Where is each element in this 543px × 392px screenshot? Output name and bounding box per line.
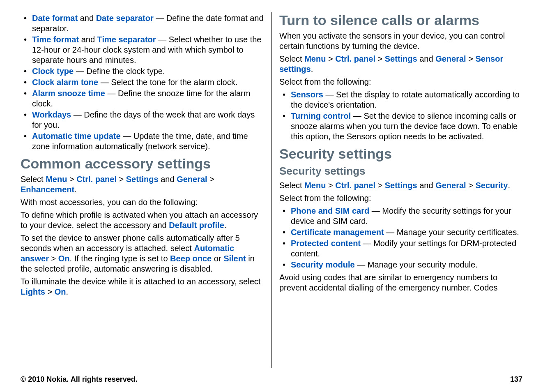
option-link[interactable]: Default profile — [169, 221, 224, 230]
text: — Manage your security module. — [355, 260, 478, 269]
option-link[interactable]: Workdays — [32, 110, 71, 119]
list-item: Turning control — Set the device to sile… — [279, 111, 522, 142]
separator: > — [326, 181, 335, 190]
page-number: 137 — [510, 375, 522, 384]
list-item: Alarm snooze time — Define the snooze ti… — [21, 88, 264, 109]
copyright-text: © 2010 Nokia. All rights reserved. — [21, 375, 138, 384]
text: Avoid using codes that are similar to em… — [279, 272, 522, 293]
separator: > — [326, 54, 335, 63]
text: When you activate the sensors in your de… — [279, 31, 522, 51]
nav-settings[interactable]: Settings — [385, 181, 417, 190]
nav-settings[interactable]: Settings — [126, 175, 159, 184]
text: Select — [279, 54, 304, 63]
list-item: Phone and SIM card — Modify the security… — [279, 206, 522, 226]
nav-path: Select Menu > Ctrl. panel > Settings and… — [21, 174, 264, 195]
nav-general[interactable]: General — [435, 54, 466, 63]
text: With most accessories, you can do the fo… — [21, 197, 264, 208]
list-item: Sensors — Set the display to rotate auto… — [279, 90, 522, 110]
option-link[interactable]: Security module — [291, 260, 355, 269]
text: and — [417, 54, 435, 63]
option-link[interactable]: Date separator — [96, 14, 154, 23]
heading-security-settings: Security settings — [279, 146, 522, 162]
text: or — [212, 254, 223, 263]
separator: > — [207, 175, 214, 184]
nav-general[interactable]: General — [435, 181, 466, 190]
nav-security[interactable]: Security — [475, 181, 508, 190]
text: Select from the following: — [279, 77, 522, 87]
paragraph: To set the device to answer phone calls … — [21, 233, 264, 274]
separator: > — [49, 254, 58, 263]
nav-settings[interactable]: Settings — [385, 54, 417, 63]
option-link[interactable]: Protected content — [291, 239, 361, 248]
separator: > — [375, 54, 385, 63]
text: — Set the display to rotate automaticall… — [291, 90, 520, 109]
nav-path: Select Menu > Ctrl. panel > Settings and… — [279, 180, 522, 191]
option-link[interactable]: Clock type — [32, 67, 74, 76]
text: . — [66, 287, 69, 296]
separator: > — [45, 287, 55, 296]
list-item: Protected content — Modify your settings… — [279, 238, 522, 259]
list-item: Date format and Date separator — Define … — [21, 13, 264, 34]
nav-ctrl-panel[interactable]: Ctrl. panel — [76, 175, 117, 184]
text: — Select the tone for the alarm clock. — [98, 78, 237, 87]
option-link[interactable]: Silent — [223, 254, 246, 263]
option-link[interactable]: Lights — [21, 287, 45, 296]
list-item: Automatic time update — Update the time,… — [21, 131, 264, 152]
option-link[interactable]: Alarm snooze time — [32, 89, 105, 98]
nav-menu[interactable]: Menu — [46, 175, 67, 184]
option-link[interactable]: On — [55, 287, 66, 296]
paragraph: To illuminate the device while it is att… — [21, 277, 264, 297]
separator: > — [466, 54, 476, 63]
option-link[interactable]: Beep once — [170, 254, 212, 263]
text: . — [74, 185, 77, 194]
list-item: Clock alarm tone — Select the tone for t… — [21, 77, 264, 88]
heading-common-accessory-settings: Common accessory settings — [21, 156, 264, 172]
list-item: Security module — Manage your security m… — [279, 260, 522, 270]
option-link[interactable]: Clock alarm tone — [32, 78, 98, 87]
right-column: Turn to silence calls or alarms When you… — [272, 12, 522, 368]
option-link[interactable]: Date format — [32, 14, 78, 23]
nav-menu[interactable]: Menu — [304, 181, 326, 190]
footer: © 2010 Nokia. All rights reserved. 137 — [21, 368, 522, 384]
nav-path: Select Menu > Ctrl. panel > Settings and… — [279, 54, 522, 74]
option-link[interactable]: On — [58, 254, 70, 263]
text: Select from the following: — [279, 193, 522, 203]
nav-ctrl-panel[interactable]: Ctrl. panel — [335, 54, 375, 63]
heading-turn-to-silence: Turn to silence calls or alarms — [279, 12, 522, 28]
option-link[interactable]: Turning control — [291, 111, 351, 120]
separator: > — [466, 181, 476, 190]
nav-menu[interactable]: Menu — [304, 54, 326, 63]
option-link[interactable]: Time separator — [97, 35, 156, 44]
nav-enhancement[interactable]: Enhancement — [21, 185, 74, 194]
nav-general[interactable]: General — [177, 175, 207, 184]
columns: Date format and Date separator — Define … — [21, 12, 522, 368]
sensor-options-list: Sensors — Set the display to rotate auto… — [279, 90, 522, 142]
text: and — [417, 181, 435, 190]
list-item: Time format and Time separator — Select … — [21, 35, 264, 65]
text: Select — [279, 181, 304, 190]
text: . — [508, 181, 510, 190]
text: . If the ringing type is set to — [70, 254, 170, 263]
separator: > — [117, 175, 126, 184]
subheading-security-settings: Security settings — [279, 164, 522, 178]
option-link[interactable]: Phone and SIM card — [291, 206, 369, 215]
option-link[interactable]: Certificate management — [291, 228, 384, 237]
list-item: Certificate management — Manage your sec… — [279, 227, 522, 238]
text: and — [78, 14, 96, 23]
option-link[interactable]: Automatic time update — [32, 131, 121, 141]
page: Date format and Date separator — Define … — [0, 0, 543, 392]
nav-ctrl-panel[interactable]: Ctrl. panel — [335, 181, 375, 190]
text: — Define the clock type. — [74, 67, 165, 76]
text: and — [79, 35, 97, 44]
text: Select — [21, 175, 46, 184]
security-options-list: Phone and SIM card — Modify the security… — [279, 206, 522, 270]
separator: > — [375, 181, 385, 190]
option-link[interactable]: Time format — [32, 35, 79, 44]
paragraph: To define which profile is activated whe… — [21, 210, 264, 231]
text: and — [159, 175, 177, 184]
text: . — [224, 221, 227, 230]
list-item: Workdays — Define the days of the week t… — [21, 110, 264, 130]
text: . — [311, 65, 313, 74]
date-time-settings-list: Date format and Date separator — Define … — [21, 13, 264, 152]
option-link[interactable]: Sensors — [291, 90, 323, 99]
